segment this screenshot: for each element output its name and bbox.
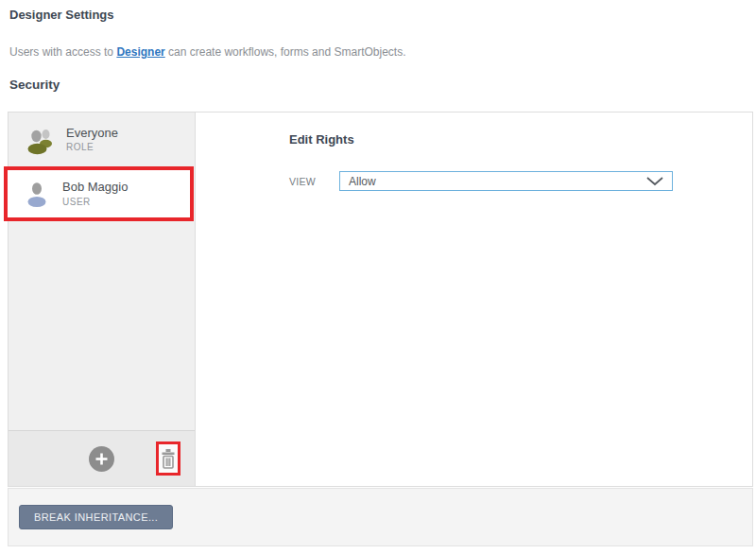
security-section-title: Security [9,78,60,92]
delete-button-annotation [156,441,180,476]
principal-text: Everyone ROLE [66,126,118,153]
role-group-icon [26,125,56,155]
user-icon [22,179,52,209]
description-prefix: Users with access to [9,45,116,59]
security-principal-list: Everyone ROLE Bob Maggio USER [9,113,196,486]
view-rights-select[interactable]: Allow [339,171,673,191]
page-description: Users with access to Designer can create… [9,45,406,59]
plus-icon [94,452,109,466]
chevron-down-icon [646,177,663,186]
security-panel: Everyone ROLE Bob Maggio USER [8,112,753,487]
designer-link[interactable]: Designer [116,45,164,59]
list-toolbar [9,430,195,486]
delete-user-button[interactable] [161,448,176,469]
selected-item-annotation: Bob Maggio USER [4,166,194,221]
trash-icon [161,448,176,469]
view-rights-field: VIEW Allow [289,171,673,191]
principal-type: ROLE [66,141,118,153]
footer-bar: BREAK INHERITANCE... [8,488,753,546]
principal-name: Bob Maggio [62,180,128,195]
add-user-button[interactable] [89,446,114,472]
selected-value: Allow [349,175,376,188]
list-item-everyone[interactable]: Everyone ROLE [9,113,195,166]
principal-text: Bob Maggio USER [62,180,128,207]
edit-rights-title: Edit Rights [289,132,354,147]
view-label: VIEW [289,176,339,187]
page-title: Designer Settings [9,8,114,22]
list-item-bob-maggio[interactable]: Bob Maggio USER [8,170,190,217]
break-inheritance-button[interactable]: BREAK INHERITANCE... [19,505,173,529]
description-suffix: can create workflows, forms and SmartObj… [165,45,406,59]
principal-name: Everyone [66,126,118,141]
principal-type: USER [62,196,128,208]
edit-rights-panel: Edit Rights VIEW Allow [196,113,752,486]
